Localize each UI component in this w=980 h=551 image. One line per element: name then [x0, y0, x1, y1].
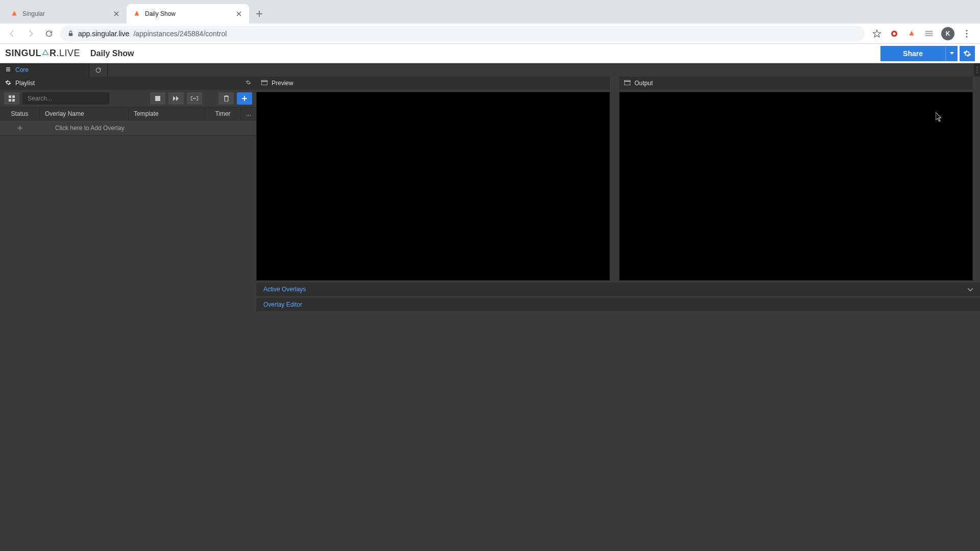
panel-menu-handle[interactable]: [974, 63, 980, 77]
column-template[interactable]: Template: [129, 108, 205, 120]
stack-icon: [5, 66, 11, 74]
plus-icon: [0, 126, 40, 131]
svg-rect-19: [155, 96, 160, 101]
app-body: Playlist: [0, 77, 980, 551]
chrome-menu-icon[interactable]: [962, 29, 972, 39]
tab-strip: Singular Daily Show: [0, 0, 980, 23]
extension-icon[interactable]: [906, 29, 917, 39]
extension-icon[interactable]: [889, 29, 899, 39]
column-overlay-name[interactable]: Overlay Name: [40, 108, 129, 120]
share-button[interactable]: Share: [880, 46, 945, 61]
svg-rect-15: [9, 95, 11, 98]
singular-favicon-icon: [10, 10, 18, 18]
add-overlay-row[interactable]: Click here to Add Overlay: [0, 120, 256, 136]
column-status[interactable]: Status: [0, 108, 40, 120]
brand-text: R: [50, 48, 57, 59]
url-bar[interactable]: app.singular.live/appinstances/245884/co…: [60, 26, 865, 41]
new-tab-button[interactable]: [252, 7, 266, 21]
output-header: Output: [619, 77, 973, 90]
svg-point-6: [966, 30, 967, 31]
browser-tab-singular[interactable]: Singular: [4, 4, 127, 23]
chevron-down-icon: [950, 52, 954, 55]
playlist-title: Playlist: [15, 80, 35, 87]
playlist-table-header: Status Overlay Name Template Timer ...: [0, 107, 256, 120]
svg-point-12: [976, 67, 977, 68]
svg-rect-5: [925, 35, 933, 36]
column-more[interactable]: ...: [241, 108, 256, 120]
grid-icon: [9, 95, 15, 102]
overlay-editor-header[interactable]: Overlay Editor: [256, 298, 980, 311]
url-path: /appinstances/245884/control: [133, 30, 227, 38]
column-timer[interactable]: Timer: [205, 108, 241, 120]
svg-point-8: [966, 36, 967, 37]
svg-rect-9: [6, 67, 10, 68]
preview-header: Preview: [256, 77, 610, 90]
lock-icon: [67, 30, 74, 37]
gear-icon[interactable]: [246, 80, 251, 87]
close-icon[interactable]: [112, 10, 120, 18]
search-input[interactable]: [22, 92, 109, 105]
back-button[interactable]: [5, 27, 19, 41]
extension-icon[interactable]: [924, 29, 934, 39]
trash-icon: [224, 95, 229, 102]
right-area: Preview Output Active Overlays O: [256, 77, 980, 551]
refresh-icon: [95, 67, 102, 73]
forward-button[interactable]: [23, 27, 38, 41]
svg-rect-10: [6, 69, 10, 70]
svg-point-2: [893, 32, 895, 35]
svg-rect-22: [624, 80, 630, 85]
active-overlays-header[interactable]: Active Overlays: [256, 283, 980, 296]
show-name: Daily Show: [90, 49, 134, 58]
window-icon: [261, 80, 267, 87]
output-panel: Output: [619, 77, 973, 281]
left-panel: Playlist: [0, 77, 256, 551]
svg-rect-18: [12, 99, 15, 102]
vertical-dots-icon: [976, 66, 978, 73]
svg-rect-4: [925, 33, 933, 34]
play-next-icon: [173, 96, 179, 101]
tab-title: Singular: [22, 10, 108, 17]
settings-button[interactable]: [960, 46, 975, 61]
gear-icon: [963, 49, 971, 58]
preview-output-row: Preview Output: [256, 77, 980, 281]
refresh-button[interactable]: [89, 63, 108, 77]
brand-text: .LIVE: [57, 48, 81, 59]
svg-rect-17: [9, 99, 11, 102]
grid-view-button[interactable]: [4, 92, 19, 105]
playlist-toolbar: [0, 90, 256, 107]
app-header: SINGULR.LIVE Daily Show Share: [0, 44, 980, 63]
output-canvas[interactable]: [619, 92, 973, 281]
play-next-button[interactable]: [168, 92, 184, 105]
brand-triangle-icon: [42, 48, 49, 59]
core-chip[interactable]: Core: [0, 63, 89, 77]
brand-logo[interactable]: SINGULR.LIVE: [5, 48, 80, 59]
reload-button[interactable]: [42, 27, 56, 41]
add-overlay-text: Click here to Add Overlay: [40, 124, 124, 132]
core-label: Core: [15, 66, 29, 73]
link-button[interactable]: [187, 92, 202, 105]
delete-button[interactable]: [218, 92, 234, 105]
window-icon: [624, 80, 630, 87]
svg-point-14: [976, 72, 977, 73]
browser-chrome: Singular Daily Show: [0, 0, 980, 44]
preview-canvas[interactable]: [256, 92, 610, 281]
stop-button[interactable]: [150, 92, 165, 105]
playlist-header: Playlist: [0, 77, 256, 90]
browser-toolbar: app.singular.live/appinstances/245884/co…: [0, 23, 980, 44]
stop-icon: [155, 96, 160, 101]
add-overlay-button[interactable]: [237, 92, 252, 105]
extension-icons: K: [869, 27, 975, 40]
svg-point-13: [976, 69, 977, 70]
svg-rect-0: [69, 33, 73, 36]
chevron-down-icon: [968, 286, 973, 293]
sub-bar: Core: [0, 63, 980, 77]
star-icon[interactable]: [872, 29, 882, 39]
preview-panel: Preview: [256, 77, 610, 281]
browser-tab-daily-show[interactable]: Daily Show: [127, 4, 249, 23]
preview-label: Preview: [272, 80, 293, 87]
close-icon[interactable]: [235, 10, 243, 18]
singular-favicon-icon: [133, 10, 141, 18]
share-dropdown-button[interactable]: [945, 46, 958, 61]
avatar[interactable]: K: [941, 27, 954, 40]
gear-icon: [5, 80, 11, 87]
